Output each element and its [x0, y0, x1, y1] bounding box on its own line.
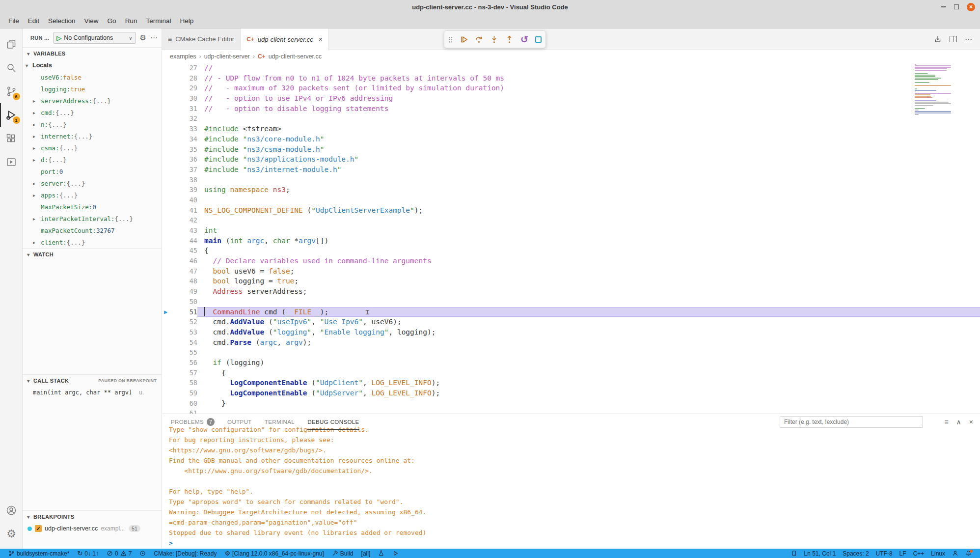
panel-tab-debug-console[interactable]: DEBUG CONSOLE [307, 414, 359, 430]
gutter[interactable]: 54 [162, 337, 197, 348]
gutter[interactable]: 37 [162, 165, 197, 175]
code-line-52[interactable]: 52 cmd.AddValue ("useIpv6", "Use Ipv6", … [162, 317, 980, 327]
code-line-53[interactable]: 53 cmd.AddValue ("logging", "Enable logg… [162, 327, 980, 337]
feedback[interactable] [949, 549, 962, 558]
menu-help[interactable]: Help [175, 16, 198, 26]
restart-icon[interactable]: ↺ [520, 34, 528, 45]
chevron-right-icon[interactable]: ▸ [33, 110, 41, 115]
variable-csma[interactable]: ▸csma: {...} [23, 142, 162, 154]
code-line-36[interactable]: 36#include "ns3/applications-module.h" [162, 154, 980, 165]
menu-go[interactable]: Go [103, 16, 121, 26]
code-line-34[interactable]: 34#include "ns3/core-module.h" [162, 134, 980, 144]
gutter[interactable]: 59 [162, 388, 197, 398]
cursor-position[interactable]: Ln 51, Col 1 [801, 549, 840, 558]
chevron-right-icon[interactable]: ▸ [33, 240, 41, 245]
console-lines-icon[interactable]: ≡ [944, 418, 948, 426]
chevron-right-icon[interactable]: ▸ [33, 145, 41, 151]
run-or-debug-icon[interactable] [934, 35, 942, 43]
minimize-icon[interactable] [941, 6, 946, 7]
cmake-build-button[interactable]: Build [328, 549, 357, 558]
step-over-icon[interactable] [475, 35, 483, 44]
console-filter-input[interactable] [780, 416, 923, 428]
code-line-59[interactable]: 59 LogComponentEnable ("UdpServer", LOG_… [162, 388, 980, 398]
code-line-49[interactable]: 49 Address serverAddress; [162, 286, 980, 297]
cmake-kit-status[interactable]: ⚙[Clang 12.0.0 x86_64-pc-linux-gnu] [221, 549, 327, 558]
gutter[interactable]: 33 [162, 124, 197, 134]
gutter[interactable]: 58 [162, 378, 197, 388]
close-icon[interactable]: × [319, 35, 323, 43]
menu-terminal[interactable]: Terminal [141, 16, 175, 26]
variable-logging[interactable]: logging: true [23, 83, 162, 95]
gutter[interactable]: 47 [162, 266, 197, 277]
extensions-icon[interactable] [0, 127, 23, 150]
panel-tab-output[interactable]: OUTPUT [227, 414, 252, 430]
code-line-50[interactable]: 50 [162, 297, 980, 307]
gutter[interactable]: 44 [162, 236, 197, 246]
code-line-27[interactable]: 27// [162, 63, 980, 73]
breadcrumb-item-udp-client-server[interactable]: udp-client-server [204, 53, 250, 60]
git-branch-status[interactable]: buildsystem-cmake* [5, 549, 73, 558]
more-actions-icon[interactable]: ⋯ [150, 33, 158, 42]
accounts-icon[interactable] [0, 499, 23, 522]
variable-port[interactable]: port: 0 [23, 166, 162, 177]
step-out-icon[interactable] [505, 35, 514, 44]
code-line-51[interactable]: ▶51 CommandLine cmd (__FILE__); [162, 307, 980, 317]
gutter[interactable]: 49 [162, 286, 197, 297]
variables-section-header[interactable]: ▾ VARIABLES [23, 48, 162, 59]
gutter[interactable]: 42 [162, 215, 197, 225]
maximize-panel-icon[interactable]: ∧ [956, 418, 961, 426]
code-line-44[interactable]: 44main (int argc, char *argv[]) [162, 236, 980, 246]
code-line-40[interactable]: 40 [162, 195, 980, 205]
close-icon[interactable]: × [967, 3, 975, 11]
gutter[interactable]: 31 [162, 104, 197, 114]
chevron-right-icon[interactable]: ▸ [33, 181, 41, 186]
code-line-46[interactable]: 46 // Declare variables used in command-… [162, 256, 980, 266]
split-editor-icon[interactable] [950, 36, 957, 42]
gutter[interactable]: ▶51 [162, 307, 197, 317]
variable-n[interactable]: ▸n: {...} [23, 118, 162, 130]
breakpoints-section-header[interactable]: ▾ BREAKPOINTS [23, 511, 162, 523]
variable-internet[interactable]: ▸internet: {...} [23, 130, 162, 142]
variable-serverAddress[interactable]: ▸serverAddress: {...} [23, 95, 162, 107]
cmake-launch-button[interactable] [389, 549, 402, 558]
continue-icon[interactable] [460, 35, 468, 44]
chevron-right-icon[interactable]: ▸ [33, 98, 41, 104]
panel-tab-problems[interactable]: PROBLEMS7 [171, 414, 215, 430]
code-line-45[interactable]: 45{ [162, 246, 980, 256]
variable-cmd[interactable]: ▸cmd: {...} [23, 107, 162, 118]
breakpoint-item[interactable]: ✓ udp-client-server.cc exampl... 51 [23, 523, 162, 534]
gutter[interactable]: 52 [162, 317, 197, 327]
indentation[interactable]: Spaces: 2 [839, 549, 872, 558]
panel-tab-terminal[interactable]: TERMINAL [265, 414, 295, 430]
gutter[interactable]: 45 [162, 246, 197, 256]
cmake-debug-button[interactable] [136, 549, 149, 558]
cmake-target-status[interactable]: [all] [358, 549, 374, 558]
code-line-31[interactable]: 31// - option to disable logging stateme… [162, 104, 980, 114]
code-line-47[interactable]: 47 bool useV6 = false; [162, 266, 980, 277]
gutter[interactable]: 38 [162, 175, 197, 185]
code-line-42[interactable]: 42 [162, 215, 980, 225]
platform[interactable]: Linux [927, 549, 949, 558]
gutter[interactable]: 41 [162, 205, 197, 216]
menu-view[interactable]: View [80, 16, 103, 26]
remote-indicator[interactable] [788, 549, 801, 558]
menu-edit[interactable]: Edit [24, 16, 44, 26]
variable-interPacketInterval[interactable]: ▸interPacketInterval: {...} [23, 213, 162, 224]
code-line-48[interactable]: 48 bool logging = true; [162, 276, 980, 286]
breadcrumb-item-udp-client-server.cc[interactable]: udp-client-server.cc [269, 53, 322, 60]
encoding[interactable]: UTF-8 [872, 549, 896, 558]
code-line-57[interactable]: 57 { [162, 368, 980, 378]
gutter[interactable]: 61 [162, 408, 197, 414]
menu-file[interactable]: File [4, 16, 24, 26]
launch-config-dropdown[interactable]: ▷ No Configurations ∨ [53, 32, 136, 44]
gutter[interactable]: 30 [162, 93, 197, 104]
menu-run[interactable]: Run [121, 16, 142, 26]
drag-handle[interactable] [448, 36, 453, 43]
chevron-right-icon[interactable]: ▸ [33, 122, 41, 127]
settings-gear-icon[interactable]: ⚙ [0, 522, 23, 546]
variable-useV6[interactable]: useV6: false [23, 71, 162, 83]
run-debug-icon[interactable]: 1 [0, 103, 23, 127]
gutter[interactable]: 57 [162, 368, 197, 378]
problems-status[interactable]: 07 [103, 549, 135, 558]
debug-console-output[interactable]: Type "show configuration" for configurat… [162, 424, 980, 549]
